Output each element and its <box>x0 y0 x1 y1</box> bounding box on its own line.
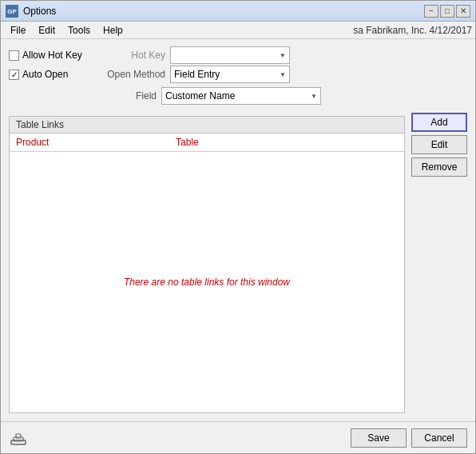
sidebar-buttons: Add Edit Remove <box>405 113 467 413</box>
field-row: Field Customer Name ▼ <box>93 87 467 105</box>
field-value: Customer Name <box>165 90 235 102</box>
open-method-dropdown[interactable]: Field Entry ▼ <box>170 66 290 83</box>
hotkey-dropdown[interactable]: ▼ <box>170 46 290 64</box>
hotkey-sublabel: Hot Key <box>101 50 165 61</box>
minimize-button[interactable]: − <box>424 5 438 18</box>
maximize-button[interactable]: □ <box>440 5 454 18</box>
table-links-section: Table Links Product Table There are no t… <box>9 116 405 413</box>
top-section: Allow Hot Key Hot Key ▼ Auto Open Open M… <box>1 39 475 105</box>
open-method-dropdown-arrow: ▼ <box>280 71 286 78</box>
main-area: Table Links Product Table There are no t… <box>1 105 475 421</box>
open-method-value: Field Entry <box>174 69 220 80</box>
user-company-info: sa Fabrikam, Inc. 4/12/2017 <box>353 25 472 36</box>
cancel-button[interactable]: Cancel <box>411 428 467 448</box>
menu-bar: File Edit Tools Help sa Fabrikam, Inc. 4… <box>1 22 475 39</box>
auto-open-checkbox-label: Auto Open <box>9 69 89 80</box>
col-header-product: Product <box>10 135 169 149</box>
title-bar: GP Options − □ ✕ <box>1 1 475 22</box>
add-button[interactable]: Add <box>411 113 467 132</box>
allow-hotkey-label: Allow Hot Key <box>22 50 82 61</box>
menu-file[interactable]: File <box>4 23 32 38</box>
col-header-table: Table <box>169 135 205 149</box>
hotkey-dropdown-arrow: ▼ <box>280 52 286 59</box>
field-dropdown-arrow: ▼ <box>311 93 317 100</box>
options-window: GP Options − □ ✕ File Edit Tools Help sa… <box>0 0 476 454</box>
menu-edit[interactable]: Edit <box>32 23 61 38</box>
allow-hotkey-checkbox-label: Allow Hot Key <box>9 50 89 61</box>
no-links-message: There are no table links for this window <box>124 277 290 288</box>
allow-hotkey-row: Allow Hot Key Hot Key ▼ <box>9 46 467 65</box>
footer-icon <box>9 428 28 448</box>
auto-open-label: Auto Open <box>22 69 68 80</box>
remove-button[interactable]: Remove <box>411 157 467 177</box>
field-dropdown[interactable]: Customer Name ▼ <box>161 87 321 105</box>
close-button[interactable]: ✕ <box>456 5 470 18</box>
svg-text:GP: GP <box>7 8 17 15</box>
window-title: Options <box>23 6 424 17</box>
save-button[interactable]: Save <box>351 428 407 448</box>
table-links-header: Table Links <box>10 117 404 133</box>
field-sublabel: Field <box>93 90 157 102</box>
table-links-body: There are no table links for this window <box>10 152 404 412</box>
allow-hotkey-checkbox[interactable] <box>9 50 19 61</box>
table-links-columns: Product Table <box>10 133 404 152</box>
auto-open-checkbox[interactable] <box>9 70 19 80</box>
table-links-wrapper: Table Links Product Table There are no t… <box>9 113 405 413</box>
edit-button[interactable]: Edit <box>411 135 467 154</box>
open-method-sublabel: Open Method <box>101 69 165 80</box>
window-icon: GP <box>6 5 18 18</box>
menu-tools[interactable]: Tools <box>61 23 97 38</box>
auto-open-row: Auto Open Open Method Field Entry ▼ <box>9 65 467 84</box>
footer: Save Cancel <box>1 421 475 453</box>
menu-help[interactable]: Help <box>97 23 129 38</box>
title-bar-controls: − □ ✕ <box>424 5 470 18</box>
footer-buttons: Save Cancel <box>351 428 467 448</box>
